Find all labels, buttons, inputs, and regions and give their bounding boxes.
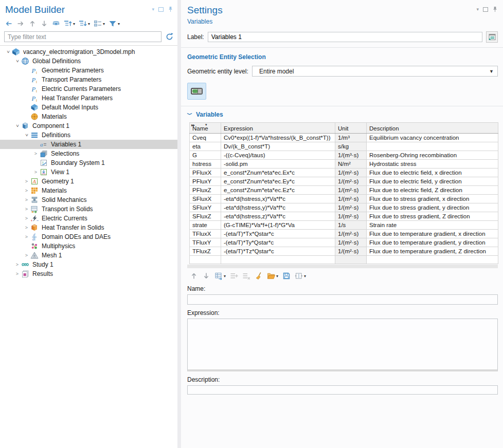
table-horizontal-scrollbar[interactable] xyxy=(187,265,498,268)
tree-item-materials[interactable]: Materials xyxy=(0,112,177,121)
name-input[interactable] xyxy=(187,294,498,305)
tree-item-vacancy-electromigration-3dmodel-mph[interactable]: vacancy_electromigration_3Dmodel.mph xyxy=(0,47,177,57)
dropdown-caret-icon[interactable]: ▾ xyxy=(103,22,105,26)
cell-name[interactable]: strate xyxy=(190,221,221,230)
show-eye-button[interactable] xyxy=(51,19,61,28)
tree-item-transport-parameters[interactable]: PiTransport Parameters xyxy=(0,75,177,84)
variables-table-row[interactable]: PFluxXe_const*Znum*eta*ec.Ex*c1/(m²·s)Fl… xyxy=(190,169,498,177)
panel-menu-caret-icon[interactable]: ▾ xyxy=(476,7,479,12)
tree-item-electric-currents-parameters[interactable]: PiElectric Currents Parameters xyxy=(0,84,177,94)
cell-name[interactable]: SFluxZ xyxy=(190,212,221,221)
dropdown-caret-icon[interactable]: ▾ xyxy=(205,123,207,127)
cell-expression[interactable]: Dv/(k_B_const*T) xyxy=(221,142,335,151)
cell-name[interactable]: G xyxy=(190,151,221,160)
tree-item-results[interactable]: Results xyxy=(0,269,177,278)
active-toggle-button[interactable] xyxy=(187,83,206,100)
cell-expression[interactable]: e_const*Znum*eta*ec.Ey*c xyxy=(221,177,335,186)
rename-button[interactable] xyxy=(486,31,498,43)
geometric-entity-level-select[interactable]: Entire model ▼ xyxy=(252,66,498,77)
tree-collapse-chevron-icon[interactable] xyxy=(23,253,30,258)
cell-expression[interactable]: -eta*d(hstress,x)*Va*f*c xyxy=(221,195,335,203)
dropdown-caret-icon[interactable]: ▾ xyxy=(304,274,306,278)
cell-description[interactable]: Flux due to stress gradient, y direction xyxy=(367,203,498,212)
cell-description[interactable]: Hydrostatic stress xyxy=(367,160,498,169)
variables-table-row[interactable]: TFluxY-(eta/T)*Ty*Qstar*c1/(m²·s)Flux du… xyxy=(190,238,498,247)
tree-item-definitions[interactable]: Definitions xyxy=(0,130,177,140)
cell-expression[interactable]: (G-cTIME)*Va*f+(1-f)*G*Va xyxy=(221,221,335,230)
cell-description[interactable]: Flux due to electric field, Z direction xyxy=(367,186,498,195)
tree-collapse-chevron-icon[interactable] xyxy=(13,262,21,267)
tree-item-heat-transfer-parameters[interactable]: PiHeat Transfer Parameters xyxy=(0,94,177,103)
cell-description[interactable]: Flux due to electric field, y direction xyxy=(367,177,498,186)
variables-table-row[interactable]: G-((c-Cveq)/taus)1/(m³·s)Rosenberg-Ohrin… xyxy=(190,151,498,160)
tree-item-global-definitions[interactable]: Global Definitions xyxy=(0,57,177,66)
dropdown-caret-icon[interactable]: ▾ xyxy=(88,22,90,26)
float-panel-icon[interactable] xyxy=(158,7,164,12)
variables-table-row[interactable]: SFluxX-eta*d(hstress,x)*Va*f*c1/(m²·s)Fl… xyxy=(190,195,498,203)
cell-name[interactable]: PFluxY xyxy=(190,177,221,186)
table-columns-button[interactable]: ▾ xyxy=(294,271,307,281)
save-to-file-button[interactable] xyxy=(282,271,291,281)
cell-description[interactable]: Rosenberg-Ohring recombination xyxy=(367,151,498,160)
cell-name[interactable]: eta xyxy=(190,142,221,151)
tree-item-study-1[interactable]: Study 1 xyxy=(0,260,177,269)
panel-menu-caret-icon[interactable]: ▾ xyxy=(152,7,154,12)
cell-name[interactable]: PFluxZ xyxy=(190,186,221,195)
back-arrow-button[interactable] xyxy=(4,19,13,28)
tree-collapse-chevron-icon[interactable] xyxy=(23,207,30,212)
tree-item-component-1[interactable]: Component 1 xyxy=(0,121,177,130)
tree-expanded-chevron-icon[interactable] xyxy=(13,59,21,64)
tree-item-materials[interactable]: Materials xyxy=(0,186,177,195)
variables-table-row[interactable]: hstress-solid.pmN/m²Hydrostatic stress xyxy=(190,160,498,169)
cell-expression[interactable]: -eta*d(hstress,z)*Va*f*c xyxy=(221,212,335,221)
tree-collapse-chevron-icon[interactable] xyxy=(32,170,40,175)
variables-table-row[interactable]: etaDv/(k_B_const*T)s/kg xyxy=(190,142,498,151)
float-panel-icon[interactable] xyxy=(483,7,488,12)
refresh-icon[interactable] xyxy=(165,32,174,41)
dropdown-caret-icon[interactable]: ▾ xyxy=(224,274,226,278)
label-input[interactable] xyxy=(208,32,482,42)
cell-name[interactable]: SFluxX xyxy=(190,195,221,203)
cell-expression[interactable]: e_const*Znum*eta*ec.Ez*c xyxy=(221,186,335,195)
move-to-end-icon[interactable]: ▸▸ xyxy=(191,123,194,127)
tree-item-view-1[interactable]: View 1 xyxy=(0,167,177,177)
cell-description[interactable]: Flux due to stress gradient, Z direction xyxy=(367,212,498,221)
tree-expanded-chevron-icon[interactable] xyxy=(4,49,12,54)
cell-expression[interactable]: -eta*d(hstress,y)*Va*f*c xyxy=(221,203,335,212)
variables-table-row[interactable]: TFluxZ-(eta/T)*Tz*Qstar*c1/(m²·s)Flux du… xyxy=(190,247,498,256)
tree-collapse-chevron-icon[interactable] xyxy=(23,225,30,230)
tree-item-selections[interactable]: Selections xyxy=(0,149,177,158)
tree-expanded-chevron-icon[interactable] xyxy=(23,133,30,138)
expression-input[interactable] xyxy=(187,319,498,371)
tree-collapse-chevron-icon[interactable] xyxy=(23,197,30,202)
cell-name[interactable]: PFluxX xyxy=(190,169,221,177)
cell-name[interactable] xyxy=(190,256,221,264)
tree-item-variables-1[interactable]: a=Variables 1 xyxy=(0,140,177,149)
cell-description[interactable]: Flux due to temperature gradient, y dire… xyxy=(367,238,498,247)
cell-name[interactable]: TFluxY xyxy=(190,238,221,247)
tree-item-domain-odes-and-daes[interactable]: ddtDomain ODEs and DAEs xyxy=(0,232,177,241)
cell-description[interactable]: Strain rate xyxy=(367,221,498,230)
cell-description[interactable] xyxy=(367,256,498,264)
insert-table-button[interactable]: ▾ xyxy=(214,271,226,281)
variables-table-row[interactable]: SFluxY-eta*d(hstress,y)*Va*f*c1/(m²·s)Fl… xyxy=(190,203,498,212)
cell-expression[interactable] xyxy=(221,256,335,264)
cell-description[interactable]: Flux due to temperature gradient, x dire… xyxy=(367,230,498,238)
cell-description[interactable]: Flux due to electric field, x direction xyxy=(367,169,498,177)
cell-name[interactable]: TFluxZ xyxy=(190,247,221,256)
tree-item-electric-currents[interactable]: +−Electric Currents xyxy=(0,214,177,223)
variables-table-row[interactable]: SFluxZ-eta*d(hstress,z)*Va*f*c1/(m²·s)Fl… xyxy=(190,212,498,221)
dropdown-caret-icon[interactable]: ▾ xyxy=(73,22,75,26)
cell-expression[interactable]: Cv0*exp((1-f)*Va*hstress/(k_B_const*T)) xyxy=(221,134,335,142)
tree-collapse-chevron-icon[interactable] xyxy=(13,271,21,276)
cell-name[interactable]: Cveq xyxy=(190,134,221,142)
tree-collapse-chevron-icon[interactable] xyxy=(23,188,30,193)
cell-name[interactable]: TFluxX xyxy=(190,230,221,238)
cell-description[interactable]: Equilibrium vacancy concentration xyxy=(367,134,498,142)
cell-expression[interactable]: -solid.pm xyxy=(221,160,335,169)
tree-item-default-model-inputs[interactable]: Default Model Inputs xyxy=(0,103,177,112)
tree-item-geometry-1[interactable]: AGeometry 1 xyxy=(0,177,177,186)
section-collapse-chevron-icon[interactable]: ❭ xyxy=(187,112,192,117)
variables-table-row[interactable]: strate(G-cTIME)*Va*f+(1-f)*G*Va1/sStrain… xyxy=(190,221,498,230)
tree-expanded-chevron-icon[interactable] xyxy=(13,123,21,128)
